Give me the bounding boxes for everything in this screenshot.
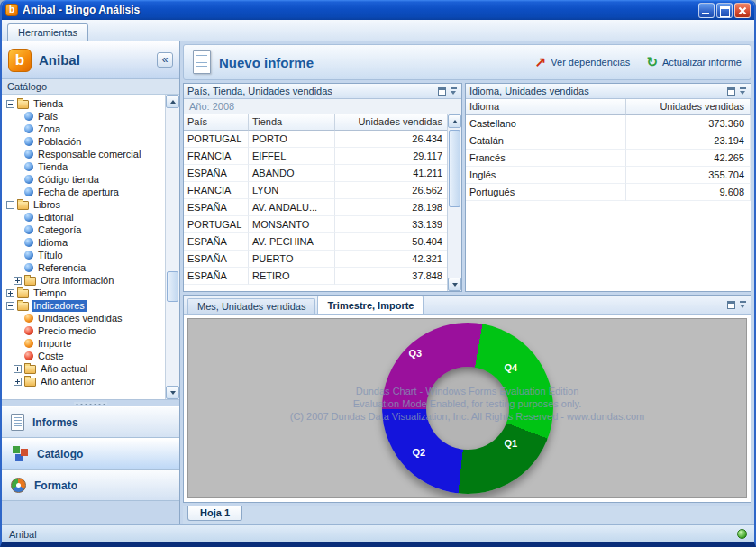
column-header[interactable]: País — [184, 114, 249, 131]
panel-restore-icon[interactable] — [438, 87, 446, 96]
panel-restore-icon[interactable] — [727, 87, 735, 96]
tree-item[interactable]: Coste — [2, 350, 165, 362]
collapse-expander-icon[interactable] — [6, 100, 14, 108]
table-row[interactable]: ESPAÑAABANDO41.211 — [184, 165, 461, 182]
dimension-icon — [24, 251, 33, 260]
column-header[interactable]: Unidades vendidas — [335, 114, 461, 131]
close-button[interactable] — [734, 3, 751, 18]
cell: Catalán — [466, 132, 626, 150]
table-row[interactable]: FRANCIAEIFFEL29.117 — [184, 148, 461, 165]
table-row[interactable]: Francés42.265 — [466, 150, 751, 167]
actualizar-informe-button[interactable]: ↻ Actualizar informe — [646, 56, 742, 68]
tree-item-label: Tienda — [36, 161, 69, 173]
ver-dependencias-button[interactable]: ↗ Ver dependencias — [535, 56, 631, 68]
tree-item[interactable]: Idioma — [2, 236, 165, 249]
catalog-section-label: Catálogo — [2, 79, 179, 95]
tab-trimestre-importe[interactable]: Trimestre, Importe — [317, 296, 424, 314]
splitter-grip[interactable] — [2, 399, 179, 406]
table-row[interactable]: Inglés355.704 — [466, 167, 751, 184]
tree-item[interactable]: Población — [2, 135, 165, 148]
tree-item[interactable]: Año actual — [2, 362, 165, 375]
table-row[interactable]: FRANCIALYON26.562 — [184, 182, 461, 199]
tree-item-label: Responsable comercial — [36, 149, 142, 160]
dimension-icon — [24, 150, 33, 159]
tab-herramientas[interactable]: Herramientas — [7, 23, 88, 41]
tree-item[interactable]: Otra información — [2, 274, 165, 287]
expand-expander-icon[interactable] — [14, 365, 22, 373]
table-row[interactable]: ESPAÑAAV. ANDALU...28.198 — [184, 199, 461, 216]
actualizar-informe-label: Actualizar informe — [662, 57, 742, 68]
tree-scrollbar[interactable] — [165, 95, 179, 399]
filter-chip[interactable]: Año: 2008 — [184, 99, 461, 114]
cell: ESPAÑA — [184, 233, 249, 251]
cell: FRANCIA — [184, 182, 249, 199]
report-header: Nuevo informe ↗ Ver dependencias ↻ Actua… — [183, 44, 751, 80]
page-title: Nuevo informe — [219, 55, 314, 70]
collapse-expander-icon[interactable] — [6, 302, 14, 310]
scroll-up-icon[interactable] — [166, 95, 179, 108]
tree-item[interactable]: Año anterior — [2, 375, 165, 387]
column-header[interactable]: Unidades vendidas — [626, 99, 751, 115]
expand-expander-icon[interactable] — [6, 289, 14, 297]
tree-item[interactable]: Referencia — [2, 261, 165, 274]
tree-item[interactable]: Editorial — [2, 211, 165, 223]
sidebar-item-formato[interactable]: Formato — [2, 470, 179, 501]
tree-item[interactable]: Código tienda — [2, 173, 165, 186]
nav-label: Catálogo — [37, 448, 83, 460]
tree-item[interactable]: Tienda — [2, 97, 165, 110]
tree-item[interactable]: Importe — [2, 337, 165, 350]
column-header[interactable]: Idioma — [466, 99, 626, 115]
sidebar-item-informes[interactable]: Informes — [2, 406, 179, 438]
table-scrollbar[interactable] — [447, 114, 461, 291]
scroll-down-icon[interactable] — [448, 278, 461, 291]
tree-item[interactable]: Fecha de apertura — [2, 186, 165, 198]
table-row[interactable]: Portugués9.608 — [466, 184, 751, 201]
data-grid: Idioma Unidades vendidas Castellano373.3… — [466, 99, 751, 291]
panel-restore-icon[interactable] — [727, 301, 735, 309]
table-panel-pais-tienda: País, Tienda, Unidades vendidas Año: 200… — [183, 83, 462, 292]
expand-expander-icon[interactable] — [14, 277, 22, 285]
table-row[interactable]: PORTUGALPORTO26.434 — [184, 131, 461, 148]
tree-item[interactable]: Zona — [2, 123, 165, 135]
tree-item[interactable]: Tienda — [2, 160, 165, 173]
sidebar-item-catalogo[interactable]: Catálogo — [2, 438, 179, 470]
cell: PUERTO — [249, 251, 335, 268]
table-row[interactable]: ESPAÑARETIRO37.848 — [184, 268, 461, 285]
evaluation-watermark: Dundas Chart - Windows Forms Evaluation … — [188, 385, 746, 423]
panel-menu-icon[interactable] — [739, 301, 747, 309]
tree-item[interactable]: Responsable comercial — [2, 148, 165, 160]
column-header[interactable]: Tienda — [249, 114, 335, 131]
table-row[interactable]: Catalán23.194 — [466, 132, 751, 150]
tree-item[interactable]: Libros — [2, 198, 165, 211]
collapse-sidebar-button[interactable]: « — [157, 52, 173, 68]
tree-item[interactable]: Unidades vendidas — [2, 312, 165, 324]
measure-icon — [24, 314, 33, 323]
table-row[interactable]: Castellano373.360 — [466, 115, 751, 132]
tree-item[interactable]: Título — [2, 249, 165, 261]
tree-item[interactable]: País — [2, 110, 165, 123]
tree-item[interactable]: Tiempo — [2, 287, 165, 299]
table-row[interactable]: PORTUGALMONSANTO33.139 — [184, 216, 461, 233]
tree-item[interactable]: Precio medio — [2, 324, 165, 337]
panel-menu-icon[interactable] — [450, 87, 458, 96]
scroll-thumb[interactable] — [167, 271, 178, 302]
table-row[interactable]: ESPAÑAPUERTO42.321 — [184, 251, 461, 268]
sheet-tab-hoja1[interactable]: Hoja 1 — [187, 506, 242, 521]
expand-expander-icon[interactable] — [14, 378, 22, 386]
palette-icon — [11, 478, 26, 493]
panel-menu-icon[interactable] — [739, 87, 747, 96]
scroll-down-icon[interactable] — [166, 386, 179, 399]
scroll-thumb[interactable] — [449, 130, 460, 207]
cell: AV. PECHINA — [249, 233, 335, 251]
collapse-expander-icon[interactable] — [6, 201, 14, 209]
cell: PORTUGAL — [184, 131, 249, 148]
tab-mes-unidades[interactable]: Mes, Unidades vendidas — [187, 298, 315, 314]
tree-item[interactable]: Categoría — [2, 223, 165, 236]
table-row[interactable]: ESPAÑAAV. PECHINA50.404 — [184, 233, 461, 251]
minimize-button[interactable] — [698, 3, 715, 18]
maximize-button[interactable] — [716, 3, 733, 18]
scroll-up-icon[interactable] — [448, 114, 461, 128]
cell: ESPAÑA — [184, 165, 249, 182]
tree-item-selected[interactable]: Indicadores — [2, 299, 165, 312]
dimension-icon — [24, 225, 33, 234]
